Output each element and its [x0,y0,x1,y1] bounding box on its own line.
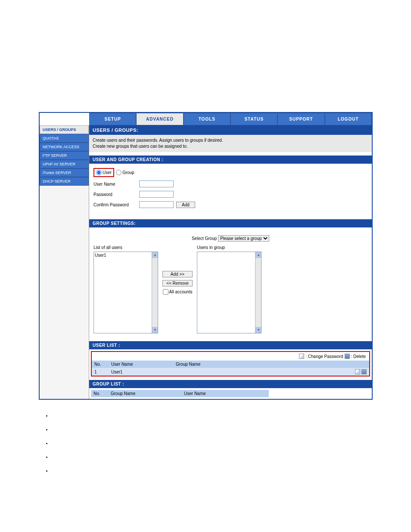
radio-group[interactable] [116,170,121,175]
section-group-list-header: GROUP LIST : [89,380,372,388]
delete-icon[interactable] [361,369,367,374]
radio-group-label: Group [122,170,134,175]
remove-from-group-button[interactable]: << Remove [162,280,193,286]
cell-user: User1 [109,368,173,376]
logo-area [40,113,89,125]
list-users-in-group[interactable]: ▴ ▾ [197,252,262,333]
sidebar-item-dhcp-server[interactable]: DHCP SERVER [40,177,89,186]
edit-icon[interactable] [355,369,360,374]
input-confirm-password[interactable] [139,201,174,208]
delete-icon [345,354,350,359]
bullet-list [52,413,411,473]
scroll-down-icon[interactable]: ▾ [152,327,158,333]
tab-logout[interactable]: LOGOUT [325,113,372,125]
col-user-name: User Name [109,361,173,368]
tab-status[interactable]: STATUS [230,113,277,125]
label-select-group: Select Group [192,236,217,241]
top-nav: SETUP ADVANCED TOOLS STATUS SUPPORT LOGO… [40,113,372,125]
admin-app: SETUP ADVANCED TOOLS STATUS SUPPORT LOGO… [39,112,373,400]
panel-description: Create users and their passwords. Assign… [89,135,372,152]
sidebar: USERS / GROUPS QUOTAS NETWORK ACCESS FTP… [40,125,89,399]
sidebar-item-itunes-server[interactable]: iTunes SERVER [40,168,89,177]
sidebar-item-users-groups[interactable]: USERS / GROUPS [40,125,89,134]
table-row: 1 User1 [91,368,370,376]
sidebar-item-network-access[interactable]: NETWORK ACCESS [40,143,89,151]
radio-user[interactable] [96,170,102,175]
tab-advanced[interactable]: ADVANCED [136,113,183,125]
scrollbar[interactable]: ▴ ▾ [255,252,261,333]
section-group-settings-header: GROUP SETTINGS: [89,219,372,227]
scroll-down-icon[interactable]: ▾ [255,327,261,333]
bullet-item [52,454,411,459]
label-confirm-password: Confirm Password [93,202,137,207]
cell-no: 1 [91,368,109,376]
section-creation-header: USER AND GROUP CREATION : [89,156,372,164]
sidebar-item-upnp-av-server[interactable]: UPnP AV SERVER [40,160,89,168]
scroll-up-icon[interactable]: ▴ [152,252,158,258]
radio-user-highlight: User [93,168,114,177]
sidebar-item-quotas[interactable]: QUOTAS [40,134,89,143]
input-user-name[interactable] [139,180,174,187]
content: USERS / GROUPS: Create users and their p… [89,125,372,399]
panel-title: USERS / GROUPS: [89,125,372,135]
col-group-name: Group Name [108,390,181,397]
add-to-group-button[interactable]: Add >> [162,271,193,277]
label-all-accounts: All accounts [169,289,193,294]
bullet-item [52,440,411,445]
checkbox-all-accounts[interactable] [163,289,168,295]
label-users-in-group: Users in group [197,245,262,250]
user-list-table: No. User Name Group Name 1 User1 [91,361,370,376]
user-list-legend: : Change Password : Delete [91,351,370,361]
tab-tools[interactable]: TOOLS [184,113,230,125]
tab-support[interactable]: SUPPORT [277,113,324,125]
group-list-table: No. Group Name User Name [91,390,269,397]
bullet-item [52,413,411,418]
add-button[interactable]: Add [176,202,195,208]
scrollbar[interactable]: ▴ ▾ [152,252,158,333]
list-item[interactable]: User1 [95,253,106,258]
select-group[interactable]: Please select a group [218,235,269,242]
col-group-name: Group Name [173,361,352,368]
cell-group [173,368,352,376]
bullet-item [52,468,411,473]
input-password[interactable] [139,191,174,198]
sidebar-item-ftp-server[interactable]: FTP SERVER [40,151,89,160]
label-list-all-users: List of all users [93,245,158,250]
col-no: No. [91,390,108,397]
label-user-name: User Name [93,182,137,187]
label-password: Password [93,192,137,197]
scroll-up-icon[interactable]: ▴ [255,252,261,258]
radio-user-label: User [103,170,112,175]
col-user-name: User Name [181,390,269,397]
legend-delete: : Delete [351,354,366,359]
col-no: No. [91,361,109,368]
tab-setup[interactable]: SETUP [89,113,136,125]
legend-change-password: : Change Password [305,354,343,359]
list-all-users[interactable]: User1 ▴ ▾ [93,252,158,333]
edit-icon [299,354,304,359]
section-user-list-header: USER LIST : [89,341,372,349]
bullet-item [52,426,411,432]
